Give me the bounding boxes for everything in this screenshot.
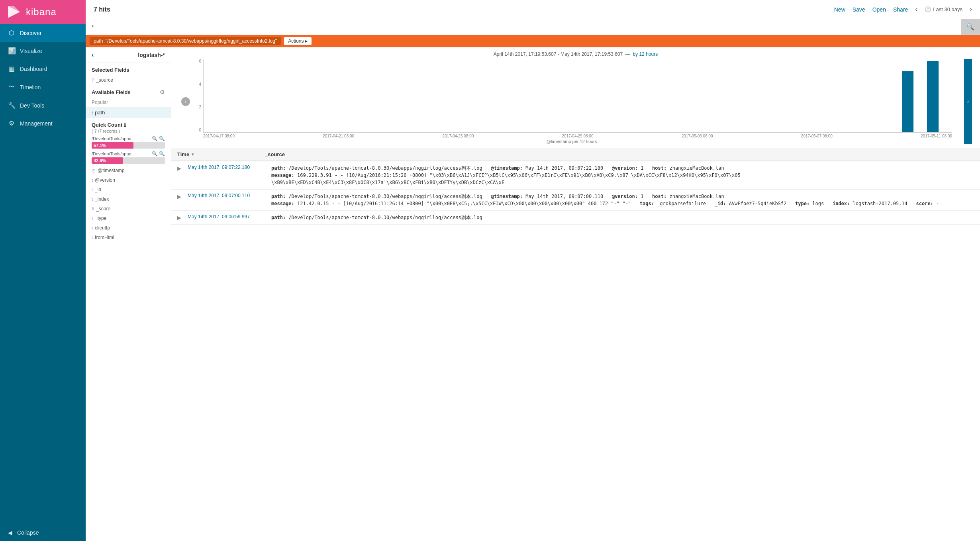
source-field-item[interactable]: ? _source	[86, 75, 171, 85]
sidebar-item-discover[interactable]: ⬡ Discover	[0, 24, 86, 42]
selected-fields-header: Selected Fields	[86, 63, 171, 75]
left-panel: ‹ logstash-* Selected Fields ? _source A…	[86, 47, 171, 541]
popular-header: Popular	[86, 98, 171, 107]
host-key-1: host:	[652, 165, 666, 171]
row-time-1: May 14th 2017, 09:07:22.180	[188, 165, 267, 170]
sidebar-item-timelion[interactable]: 〜 Timelion	[0, 78, 86, 96]
sort-icon[interactable]: ▼	[191, 152, 195, 157]
qc-minus-icon-1[interactable]: 🔍	[159, 136, 165, 141]
sidebar-item-dashboard[interactable]: ▦ Dashboard	[0, 60, 86, 78]
version-val-2: 1	[641, 194, 643, 199]
quick-count-section: Quick Count ℹ ( 7 /7 records ) /Develop/…	[86, 118, 171, 166]
source-field-label: _source	[96, 77, 113, 83]
id-val-2: AVwEfoez7-5q4ieKbSf2	[729, 201, 787, 206]
share-button[interactable]: Share	[893, 6, 908, 13]
type-type-icon: t	[92, 216, 93, 221]
qc-minus-icon-2[interactable]: 🔍	[159, 151, 165, 157]
field-clientip[interactable]: t clientIp	[86, 223, 171, 233]
qc-plus-icon-1[interactable]: 🔍	[152, 136, 158, 141]
search-button[interactable]: 🔍	[961, 19, 980, 35]
score-type-icon: #	[92, 206, 94, 211]
id-key-2: _id:	[715, 201, 726, 206]
field-score[interactable]: # _score	[86, 204, 171, 214]
sidebar-item-management[interactable]: ⚙ Management	[0, 114, 86, 132]
x-label-2: 2017-04-25 08:00	[442, 134, 474, 138]
timestamp-label: @timestamp	[98, 168, 125, 173]
index-pattern-chevron[interactable]: ‹	[92, 51, 94, 59]
actions-pill-label: Actions ▸	[288, 38, 308, 44]
filter-pill-text: path :"/Develop/Tools/apache-tomcat-8.0.…	[94, 38, 277, 44]
version-key-1: @version:	[612, 165, 638, 171]
th-time: Time ▼	[177, 151, 265, 157]
y-axis: 6 4 2 0	[191, 59, 203, 133]
id-label: _id	[95, 187, 101, 192]
tags-key-2: tags:	[640, 201, 654, 206]
table-area: Time ▼ _source ▶ May 14th 2017, 09:07:22…	[171, 148, 980, 541]
available-fields-header: Available Fields ⚙	[86, 85, 171, 98]
index-pattern: ‹ logstash-*	[86, 47, 171, 63]
row-time-2: May 14th 2017, 09:07:00.110	[188, 193, 267, 198]
prev-button[interactable]: ‹	[915, 5, 917, 14]
chart-bar-56	[902, 71, 913, 132]
chart-scroll-right[interactable]: ›	[964, 59, 972, 144]
row-source-1: path: /Develop/Tools/apache-tomcat-8.0.3…	[271, 165, 974, 186]
row-source-3: path: /Develop/Tools/apache-tomcat-8.0.3…	[271, 214, 974, 221]
sidebar-item-visualize[interactable]: 📊 Visualize	[0, 42, 86, 60]
chart-by-hours-link[interactable]: by 12 hours	[633, 51, 658, 57]
quick-count-item-1: /Develop/Tools/apac... 🔍 🔍 57.1%	[92, 136, 165, 149]
collapse-button[interactable]: ◀ Collapse	[0, 524, 86, 541]
path-field-label: path	[95, 110, 105, 116]
id-type-icon: t	[92, 187, 93, 192]
available-fields-gear[interactable]: ⚙	[160, 89, 165, 95]
field-version[interactable]: t @version	[86, 175, 171, 185]
index-label: _index	[95, 196, 109, 202]
topbar: 7 hits New Save Open Share ‹ 🕐 Last 30 d…	[86, 0, 980, 19]
clock-icon: 🕐	[925, 6, 931, 12]
index-type-icon: t	[92, 197, 93, 202]
field-type[interactable]: t _type	[86, 214, 171, 223]
row-expand-3[interactable]: ▶	[177, 215, 184, 221]
filter-pill[interactable]: path :"/Develop/Tools/apache-tomcat-8.0.…	[90, 37, 281, 45]
timestamp-val-1: May 14th 2017, 09:07:22.180	[525, 165, 603, 171]
field-fromhtml[interactable]: t fromHtml	[86, 233, 171, 242]
save-button[interactable]: Save	[853, 6, 865, 13]
table-row: ▶ May 14th 2017, 09:07:00.110 path: /Dev…	[171, 190, 980, 211]
filter-query-bar: path :"/Develop/Tools/apache-tomcat-8.0.…	[86, 35, 980, 47]
sidebar-item-visualize-label: Visualize	[20, 48, 42, 54]
y-label-6: 6	[199, 59, 201, 63]
quick-count-label-text-1: /Develop/Tools/apac...	[92, 136, 135, 141]
chart-bar-58	[927, 61, 939, 132]
row-expand-2[interactable]: ▶	[177, 194, 184, 200]
fromhtml-label: fromHtml	[95, 235, 114, 240]
field-index[interactable]: t _index	[86, 194, 171, 204]
quick-count-label-2: /Develop/Tools/apac... 🔍 🔍	[92, 151, 165, 157]
search-input[interactable]	[86, 20, 961, 34]
message-val-1: 169.229.3.91 - - [10/Aug/2016:21:15:20 +…	[297, 172, 741, 178]
qc-plus-icon-2[interactable]: 🔍	[152, 151, 158, 157]
field-id[interactable]: t _id	[86, 185, 171, 194]
sidebar-item-management-label: Management	[20, 120, 53, 127]
new-button[interactable]: New	[834, 6, 845, 13]
actions-pill[interactable]: Actions ▸	[284, 37, 312, 45]
devtools-icon: 🔧	[8, 102, 15, 109]
clientip-label: clientIp	[95, 225, 110, 231]
host-key-2: host:	[652, 194, 666, 199]
chart-scroll-left[interactable]: ‹	[181, 97, 190, 106]
next-button[interactable]: ›	[970, 5, 972, 14]
time-range[interactable]: 🕐 Last 30 days	[925, 6, 962, 12]
table-header-row: Time ▼ _source	[171, 148, 980, 161]
field-timestamp[interactable]: ◷ @timestamp	[86, 166, 171, 175]
path-field-item[interactable]: t path	[86, 107, 171, 118]
chart-x-labels: 2017-04-17 08:002017-04-21 08:002017-04-…	[191, 134, 952, 138]
row-time-3: May 14th 2017, 09:06:59.997	[188, 214, 267, 220]
y-label-4: 4	[199, 82, 201, 86]
sidebar-item-devtools[interactable]: 🔧 Dev Tools	[0, 96, 86, 114]
topbar-actions: New Save Open Share ‹ 🕐 Last 30 days ›	[834, 5, 972, 14]
management-icon: ⚙	[8, 120, 15, 127]
x-label-1: 2017-04-21 08:00	[323, 134, 354, 138]
row-expand-1[interactable]: ▶	[177, 165, 184, 171]
qc-icons-1: 🔍 🔍	[152, 136, 165, 141]
open-button[interactable]: Open	[872, 6, 886, 13]
x-label-4: 2017-05-03 08:00	[682, 134, 713, 138]
progress-bar-bg-1: 57.1%	[92, 142, 165, 149]
